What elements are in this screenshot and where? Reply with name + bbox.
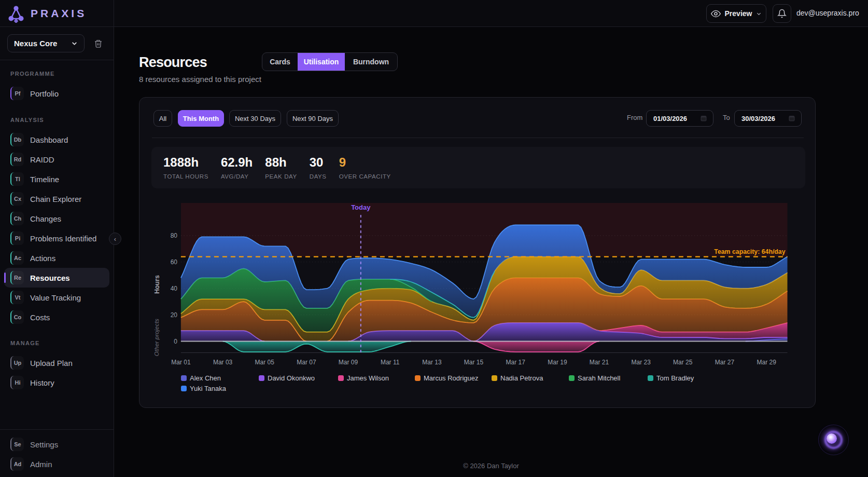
svg-text:Mar 27: Mar 27 xyxy=(715,359,735,366)
svg-text:40: 40 xyxy=(171,285,178,292)
svg-text:Mar 15: Mar 15 xyxy=(464,359,484,366)
svg-text:Mar 11: Mar 11 xyxy=(381,359,400,366)
svg-text:Mar 17: Mar 17 xyxy=(506,359,526,366)
svg-text:Hours: Hours xyxy=(153,275,161,294)
svg-text:Today: Today xyxy=(351,203,371,211)
svg-text:Mar 23: Mar 23 xyxy=(632,359,651,366)
svg-text:Mar 03: Mar 03 xyxy=(213,359,233,366)
svg-text:Mar 25: Mar 25 xyxy=(673,359,693,366)
svg-text:0: 0 xyxy=(174,338,177,345)
svg-text:Mar 29: Mar 29 xyxy=(757,359,777,366)
svg-text:Mar 21: Mar 21 xyxy=(590,359,609,366)
svg-text:Mar 01: Mar 01 xyxy=(171,359,191,366)
svg-text:Mar 13: Mar 13 xyxy=(422,359,442,366)
svg-text:Mar 07: Mar 07 xyxy=(297,359,316,366)
svg-text:20: 20 xyxy=(171,311,178,319)
svg-text:Mar 19: Mar 19 xyxy=(548,359,567,366)
svg-text:60: 60 xyxy=(171,258,178,266)
svg-text:Other projects: Other projects xyxy=(153,319,160,356)
svg-text:Mar 09: Mar 09 xyxy=(339,359,358,366)
svg-text:Team capacity: 64h/day: Team capacity: 64h/day xyxy=(714,248,785,255)
svg-text:Mar 05: Mar 05 xyxy=(255,359,275,366)
svg-text:80: 80 xyxy=(171,232,178,239)
